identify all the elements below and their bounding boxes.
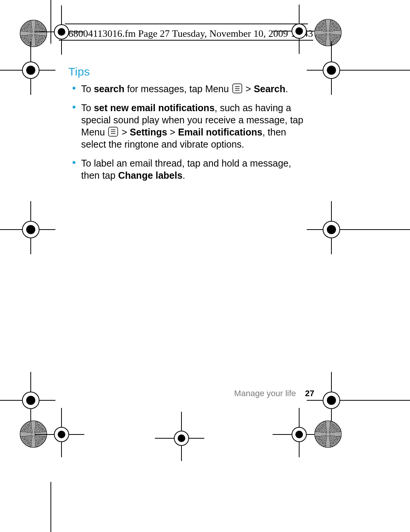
text: > xyxy=(167,127,178,137)
content-body: Tips • To search for messages, tap Menu … xyxy=(68,65,311,188)
text: . xyxy=(183,170,185,181)
text: To xyxy=(81,83,94,94)
footer-page-number: 27 xyxy=(305,389,314,398)
bullet-item: • To search for messages, tap Menu > Sea… xyxy=(68,83,311,95)
menu-icon xyxy=(232,83,242,93)
text-bold: search xyxy=(94,83,125,94)
bullet-text: To search for messages, tap Menu > Searc… xyxy=(81,83,311,95)
text-bold: Settings xyxy=(130,127,167,137)
text: for messages, tap Menu xyxy=(125,83,232,94)
text-bold: Change labels xyxy=(118,170,183,181)
bullet-list: • To search for messages, tap Menu > Sea… xyxy=(68,83,311,181)
bullet-item: • To label an email thread, tap and hold… xyxy=(68,157,311,181)
footer-section-label: Manage your life xyxy=(234,389,296,398)
text: To xyxy=(81,102,94,113)
bullet-text: To set new email notifications, such as … xyxy=(81,102,311,150)
tips-heading: Tips xyxy=(68,65,311,78)
registration-spiral xyxy=(314,19,342,46)
registration-crosshair xyxy=(6,205,55,254)
registration-crosshair xyxy=(6,46,55,95)
bullet-icon: • xyxy=(72,102,76,150)
registration-crosshair xyxy=(307,205,356,254)
text: . xyxy=(285,83,288,94)
text-bold: set new email notifications xyxy=(94,102,214,113)
menu-icon xyxy=(108,127,118,137)
registration-crosshair xyxy=(39,412,84,457)
text: > xyxy=(119,127,130,137)
text: > xyxy=(243,83,254,94)
bullet-text: To label an email thread, tap and hold a… xyxy=(81,157,311,181)
bullet-icon: • xyxy=(72,157,76,181)
text-bold: Email notifications xyxy=(178,127,262,137)
bullet-icon: • xyxy=(72,83,76,95)
text-bold: Search xyxy=(254,83,285,94)
text: To label an email thread, tap and hold a… xyxy=(81,158,291,181)
registration-crosshair xyxy=(159,416,204,461)
footer: Manage your life27 xyxy=(234,389,314,398)
registration-spiral xyxy=(314,420,342,448)
bullet-item: • To set new email notifications, such a… xyxy=(68,102,311,150)
registration-crosshair xyxy=(307,46,356,95)
